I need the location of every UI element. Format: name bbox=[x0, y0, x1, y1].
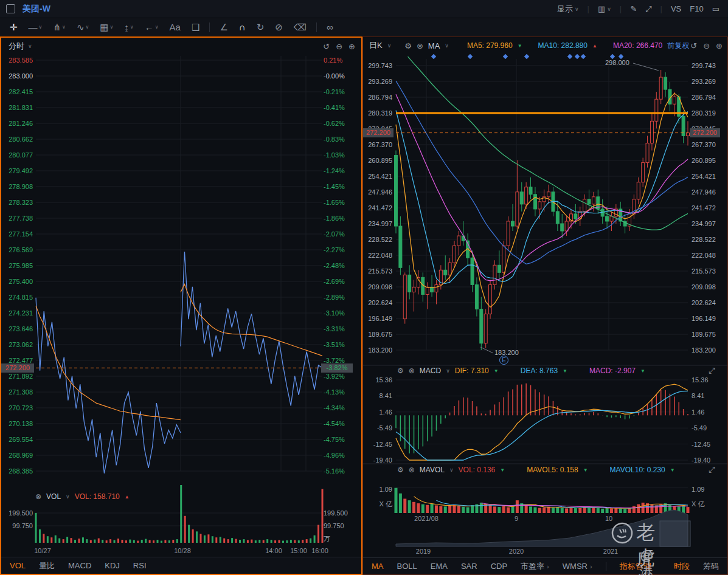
f10-button[interactable]: F10 bbox=[690, 4, 703, 13]
axis-label: 267.370 bbox=[364, 141, 392, 149]
axis-label: -1.03% bbox=[324, 151, 354, 159]
text-tool-icon[interactable]: Aa bbox=[166, 21, 184, 33]
mavol-title[interactable]: MAVOL bbox=[420, 466, 445, 474]
macd-value[interactable]: MACD: -2.907 bbox=[589, 367, 636, 375]
axis-label: 280.662 bbox=[2, 136, 33, 143]
tab-SAR[interactable]: SAR bbox=[461, 562, 477, 571]
zoom-out-icon[interactable]: ⊖ bbox=[703, 41, 710, 50]
gear-icon[interactable]: ⚙ bbox=[397, 367, 404, 375]
triangle-down-icon: ▼ bbox=[500, 467, 505, 473]
axis-label: 273.646 bbox=[2, 325, 33, 333]
tab-量比[interactable]: 量比 bbox=[39, 560, 55, 571]
zoom-in-icon[interactable]: ⊕ bbox=[716, 41, 723, 50]
dif-value[interactable]: DIF: 7.310 bbox=[455, 367, 489, 375]
zoom-out-icon[interactable]: ⊖ bbox=[336, 42, 342, 51]
gear-icon[interactable]: ⚙ bbox=[404, 41, 412, 50]
axis-label: 282.415 bbox=[2, 88, 33, 96]
axis-label: 247.946 bbox=[692, 188, 719, 196]
ma5-value[interactable]: MA5: 279.960 bbox=[467, 41, 513, 50]
axis-label: -4.13% bbox=[324, 388, 354, 396]
period-selector[interactable]: 分时 bbox=[9, 41, 24, 52]
vol-indicator-header: ⊗ VOL ∨ VOL: 158.710 ▲ bbox=[35, 492, 130, 501]
axis-label: -5.16% bbox=[324, 467, 354, 475]
undo-icon[interactable]: ↺ bbox=[323, 42, 330, 51]
zoom-in-icon[interactable]: ⊕ bbox=[348, 42, 355, 51]
tab-RSI[interactable]: RSI bbox=[133, 561, 147, 570]
delete-tool-icon[interactable]: ⌫ bbox=[290, 21, 310, 34]
period-selector[interactable]: 日K bbox=[369, 40, 383, 51]
triangle-down-icon: ▼ bbox=[583, 467, 588, 473]
close-circle-icon[interactable]: ⊗ bbox=[409, 466, 415, 474]
current-price-chip: 272.200 bbox=[1, 363, 34, 373]
expand-icon[interactable]: ⤢ bbox=[709, 466, 715, 473]
line-tool-icon[interactable]: —∨ bbox=[25, 21, 46, 33]
intraday-panel[interactable]: 分时 ∨ ↺ ⊖ ⊕ 283.585283.000282.415281.8312… bbox=[0, 36, 362, 575]
tab-BOLL[interactable]: BOLL bbox=[397, 562, 417, 571]
candlestick-canvas[interactable] bbox=[363, 37, 727, 574]
dea-value[interactable]: DEA: 8.763 bbox=[521, 367, 558, 375]
undo-icon[interactable]: ↺ bbox=[690, 41, 697, 50]
pitchfork-tool-icon[interactable]: ⋔∨ bbox=[49, 21, 69, 34]
tab-KDJ[interactable]: KDJ bbox=[105, 561, 120, 570]
single-window-button[interactable]: ▭ bbox=[712, 4, 719, 13]
angle-tool-icon[interactable]: ∠ bbox=[216, 21, 231, 34]
arrow-tool-icon[interactable]: ←∨ bbox=[141, 21, 162, 33]
titlebar-controls: 显示∨|▥∨|✎⤢|VSF10▭ bbox=[557, 4, 728, 15]
tab-时段[interactable]: 时段 bbox=[674, 561, 690, 572]
vol-indicator-title[interactable]: VOL bbox=[46, 492, 61, 501]
tab-筹码[interactable]: 筹码 bbox=[703, 561, 719, 572]
layout-menu[interactable]: ▥∨ bbox=[598, 4, 611, 13]
daily-chart-panel[interactable]: 日K ∨ ⚙ ⊗ MA ∨ MA5: 279.960 ▼ MA10: 282.8… bbox=[362, 36, 728, 575]
hide-drawings-tool-icon[interactable]: ⊘ bbox=[271, 21, 286, 34]
adjust-mode[interactable]: 前复权 bbox=[667, 41, 689, 51]
compare-tool-icon[interactable]: ∞ bbox=[323, 21, 337, 33]
tab-CDP[interactable]: CDP bbox=[491, 562, 507, 571]
axis-label: 0.21% bbox=[324, 57, 354, 64]
axis-label: 281.831 bbox=[2, 104, 33, 112]
gear-icon[interactable]: ⚙ bbox=[397, 466, 404, 474]
measure-tool-icon[interactable]: ↨∨ bbox=[120, 21, 137, 33]
time-label: 14:00 bbox=[265, 547, 282, 554]
axis-label: -0.62% bbox=[324, 120, 354, 128]
axis-label: X 亿 bbox=[364, 500, 392, 508]
tab-MA[interactable]: MA bbox=[372, 562, 384, 571]
draw-button[interactable]: ✎ bbox=[630, 4, 637, 13]
tab-VOL[interactable]: VOL bbox=[10, 561, 26, 570]
chevron-down-icon: ∨ bbox=[66, 494, 70, 500]
axis-label: 202.624 bbox=[364, 299, 392, 307]
tab-WMSR[interactable]: WMSR› bbox=[563, 562, 592, 571]
display-menu[interactable]: 显示∨ bbox=[557, 4, 579, 15]
ma-indicator-title[interactable]: MA bbox=[428, 41, 440, 50]
axis-label: 196.149 bbox=[364, 315, 392, 323]
triangle-down-icon: ▼ bbox=[670, 467, 675, 473]
wave-tool-icon[interactable]: ∿∨ bbox=[73, 21, 92, 34]
axis-label: 274.815 bbox=[2, 294, 33, 301]
mavol10-value[interactable]: MAVOL10: 0.230 bbox=[610, 466, 665, 474]
tab-市盈率[interactable]: 市盈率› bbox=[521, 561, 549, 572]
window-icon[interactable] bbox=[6, 4, 15, 13]
axis-label: 1.46 bbox=[692, 408, 719, 416]
pattern-tool-icon[interactable]: ▦∨ bbox=[96, 21, 117, 34]
tab-MACD[interactable]: MACD bbox=[68, 561, 91, 570]
vol-value[interactable]: VOL: 0.136 bbox=[459, 466, 496, 474]
ma10-value[interactable]: MA10: 282.880 bbox=[538, 41, 588, 50]
close-circle-icon[interactable]: ⊗ bbox=[417, 41, 423, 50]
tab-EMA[interactable]: EMA bbox=[431, 562, 448, 571]
note-tool-icon[interactable]: ❑ bbox=[188, 21, 203, 34]
close-circle-icon[interactable]: ⊗ bbox=[409, 367, 415, 375]
vs-button[interactable]: VS bbox=[671, 4, 681, 13]
axis-label: 228.522 bbox=[692, 236, 719, 244]
continuous-draw-tool-icon[interactable]: ↻ bbox=[253, 21, 268, 34]
tab-指标管理[interactable]: 指标管理 bbox=[620, 561, 651, 572]
move-tool-icon[interactable]: ✛ bbox=[6, 21, 21, 34]
ma20-value[interactable]: MA20: 266.470 bbox=[613, 41, 662, 50]
expand-icon[interactable]: ⤢ bbox=[709, 367, 715, 374]
earnings-badge[interactable]: E bbox=[499, 356, 508, 365]
mavol5-value[interactable]: MAVOL5: 0.158 bbox=[527, 466, 578, 474]
magnet-tool-icon[interactable]: ∩ bbox=[235, 21, 249, 33]
axis-label: 241.472 bbox=[692, 204, 719, 212]
macd-title[interactable]: MACD bbox=[420, 367, 441, 375]
close-circle-icon[interactable]: ⊗ bbox=[35, 492, 41, 501]
fullscreen-button[interactable]: ⤢ bbox=[645, 4, 651, 14]
axis-label: 183.200 bbox=[692, 346, 719, 354]
